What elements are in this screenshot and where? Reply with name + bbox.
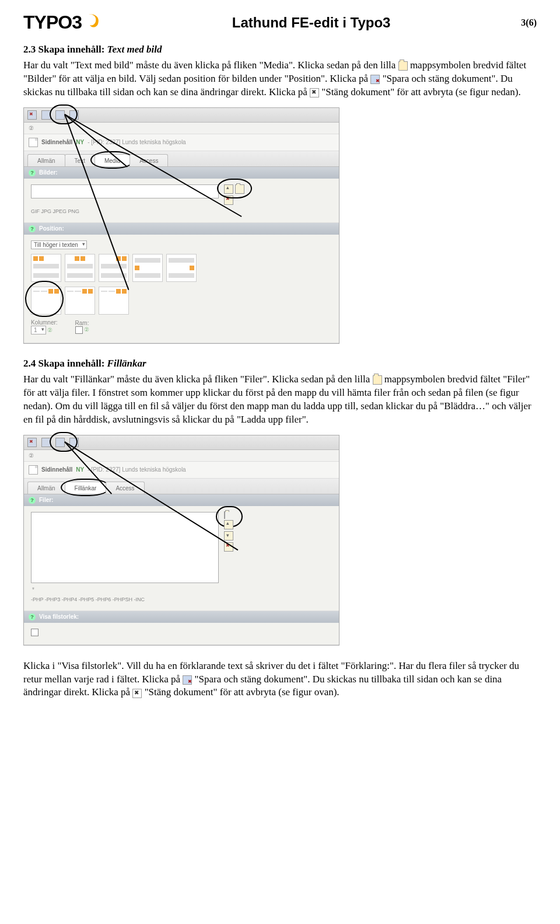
section-2-3-para: Har du valt "Text med bild" måste du äve… — [23, 59, 537, 99]
position-option[interactable] — [132, 254, 163, 282]
annotation-circle-save — [50, 432, 78, 452]
position-select[interactable]: Till höger i texten — [31, 240, 87, 249]
close-icon — [132, 689, 142, 698]
ram-label: Ram: — [75, 320, 89, 326]
closing-para: Klicka i "Visa filstorlek". Vill du ha e… — [23, 660, 537, 700]
field-label-visa: Visa filstorlek: — [39, 613, 79, 620]
logo: TYPO3 — [23, 12, 102, 33]
move-down-icon[interactable]: ▾ — [224, 531, 233, 541]
screenshot-media-panel: ② Sidinnehåll NY - [PID: 2327] Lunds tek… — [23, 107, 340, 344]
field-body-visa — [24, 623, 339, 645]
position-grid-row1 — [31, 254, 332, 282]
close-icon — [310, 88, 319, 97]
kolumner-select[interactable]: 1 — [31, 326, 46, 334]
tab-fillankar[interactable]: Fillänkar — [65, 482, 107, 494]
section-2-3-em: Text med bild — [107, 44, 162, 55]
panel-title-meta: - [PID: 2327] Lunds tekniska högskola — [88, 139, 186, 145]
panel-title-meta: - [PID: 2327] Lunds tekniska högskola — [88, 466, 186, 473]
screenshot-filer-panel: ② Sidinnehåll NY - [PID: 2327] Lunds tek… — [23, 435, 340, 646]
help-icon[interactable]: ? — [29, 169, 36, 176]
help-icon[interactable]: ? — [29, 497, 36, 504]
field-label-filer: Filer: — [39, 497, 53, 503]
filer-list-box[interactable] — [31, 512, 219, 583]
position-grid-row2 — [31, 287, 332, 315]
allowed-formats: GIF JPG JPEG PNG — [31, 208, 332, 214]
field-header-visa: ? Visa filstorlek: — [24, 611, 339, 623]
page-number: 3(6) — [521, 18, 537, 28]
field-header-position: ? Position: — [24, 223, 339, 235]
toolbar-close-icon[interactable] — [27, 110, 37, 120]
browse-folder-icon[interactable] — [235, 184, 244, 194]
position-option[interactable] — [166, 254, 197, 282]
field-body-position: Till höger i texten Kolumner: 1 ② Ram: ② — [24, 235, 339, 343]
move-up-icon[interactable] — [224, 184, 233, 194]
position-option[interactable] — [99, 287, 129, 315]
document-icon — [29, 138, 38, 147]
section-2-4-para: Har du valt "Fillänkar" måste du även kl… — [23, 373, 537, 427]
panel-title: Sidinnehåll NY - [PID: 2327] Lunds tekni… — [24, 461, 339, 479]
panel-title-new: NY — [76, 139, 84, 145]
annotation-circle-position — [25, 281, 64, 317]
save-close-icon — [370, 75, 380, 84]
kolumner-label: Kolumner: — [31, 319, 58, 326]
section-2-3-heading: 2.3 Skapa innehåll: Text med bild — [23, 44, 537, 55]
section-2-4-em: Fillänkar — [107, 358, 146, 369]
position-option[interactable] — [31, 254, 61, 282]
panel-title-prefix: Sidinnehåll — [41, 139, 72, 145]
folder-icon — [373, 375, 382, 385]
ram-checkbox[interactable] — [75, 326, 83, 334]
panel-title: Sidinnehåll NY - [PID: 2327] Lunds tekni… — [24, 134, 339, 151]
tab-allman[interactable]: Allmän — [27, 482, 65, 494]
doc-header: TYPO3 Lathund FE-edit i Typo3 3(6) — [23, 12, 537, 33]
position-option[interactable] — [65, 254, 95, 282]
doc-title: Lathund FE-edit i Typo3 — [102, 15, 521, 31]
field-body-bilder: GIF JPG JPEG PNG — [24, 179, 339, 223]
tab-allman[interactable]: Allmän — [27, 154, 65, 166]
folder-icon — [398, 61, 408, 71]
position-option[interactable] — [65, 287, 95, 315]
screenshot-2-wrapper: ② Sidinnehåll NY - [PID: 2327] Lunds tek… — [23, 435, 537, 646]
section-2-3-lead: 2.3 Skapa innehåll: — [23, 44, 107, 55]
save-close-icon — [183, 675, 192, 685]
visa-filstorlek-checkbox[interactable] — [31, 629, 38, 636]
field-header-bilder: ? Bilder: — [24, 167, 339, 179]
field-label-bilder: Bilder: — [39, 169, 58, 176]
kolumner-ram-row: Kolumner: 1 ② Ram: ② — [31, 319, 332, 334]
section-2-4-lead: 2.4 Skapa innehåll: — [23, 358, 107, 369]
bilder-controls — [224, 184, 244, 205]
field-header-filer: ? Filer: — [24, 494, 339, 506]
field-body-filer: ▾ * -PHP -PHP3 -PHP4 -PHP5 -PHP6 -PHPSH … — [24, 506, 339, 611]
help-icon[interactable]: ? — [29, 225, 36, 232]
panel-title-new: NY — [76, 466, 84, 473]
field-label-position: Position: — [39, 225, 64, 232]
remove-icon[interactable] — [224, 196, 233, 205]
move-up-icon[interactable] — [224, 520, 233, 529]
help-row: ② — [24, 450, 339, 461]
toolbar-close-icon[interactable] — [27, 438, 37, 447]
tab-bar: Allmän Text Media Access — [24, 151, 339, 167]
help-icon[interactable]: ? — [29, 613, 36, 620]
section-2-4-heading: 2.4 Skapa innehåll: Fillänkar — [23, 358, 537, 369]
excluded-formats: -PHP -PHP3 -PHP4 -PHP5 -PHP6 -PHPSH -INC — [31, 597, 332, 602]
screenshot-1-wrapper: ② Sidinnehåll NY - [PID: 2327] Lunds tek… — [23, 107, 537, 344]
asterisk: * — [32, 587, 332, 593]
logo-text: TYPO3 — [23, 12, 82, 33]
tab-bar: Allmän Fillänkar Access — [24, 479, 339, 494]
panel-title-prefix: Sidinnehåll — [41, 466, 72, 473]
document-icon — [29, 465, 38, 475]
logo-mark-icon — [85, 13, 102, 32]
